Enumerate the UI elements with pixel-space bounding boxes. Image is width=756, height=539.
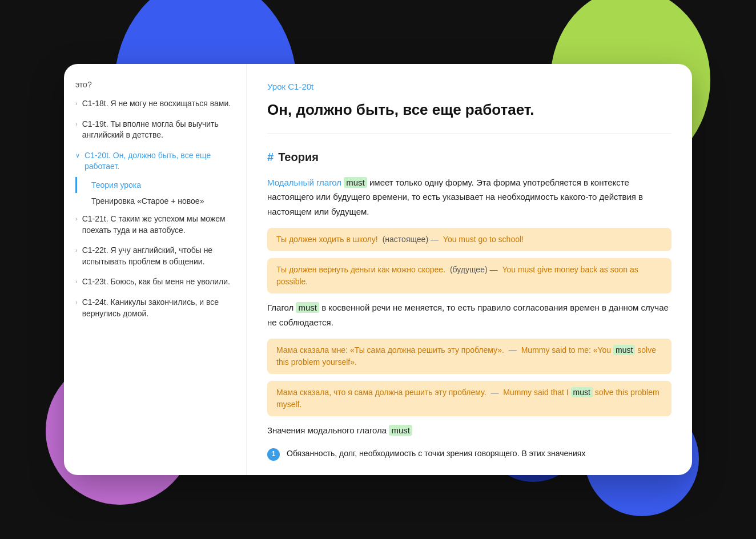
sidebar-item-label: C1-19t. Ты вполне могла бы выучить англи… [82, 119, 235, 141]
theory-paragraph-2: Глагол must в косвенной речи не меняется… [267, 300, 671, 329]
sidebar-item-c121[interactable]: › C1-21t. С таким же успехом мы можем по… [64, 209, 246, 240]
must-badge-1: must [344, 177, 367, 188]
sidebar-item-c118[interactable]: › C1-18t. Я не могу не восхищаться вами. [64, 94, 246, 114]
example3-dash: — [509, 345, 517, 355]
example4-ru-text: Мама сказала, что я сама должна решить э… [276, 388, 486, 397]
sidebar-item-c119[interactable]: › C1-19t. Ты вполне могла бы выучить анг… [64, 114, 246, 146]
sidebar-subitem-theory[interactable]: Теория урока [75, 177, 246, 193]
sidebar-subitem-label: Теория урока [91, 180, 141, 190]
lesson-label: Урок C1-20t [267, 80, 671, 94]
chevron-right-icon: › [75, 298, 78, 307]
sidebar-subitems-c120: Теория урока Тренировка «Старое + новое» [64, 177, 246, 209]
paragraph3-before: Значения модального глагола [267, 425, 387, 435]
sidebar: это? › C1-18t. Я не могу не восхищаться … [64, 64, 247, 475]
must-badge-5: must [389, 425, 412, 436]
theory-paragraph-3: Значения модального глагола must [267, 423, 671, 438]
example1-mid: (настоящее) — [383, 235, 439, 244]
example1-ru: Ты должен ходить в школу! (настоящее) — … [267, 228, 671, 251]
sidebar-item-c124[interactable]: › C1-24t. Каникулы закончились, и все ве… [64, 292, 246, 324]
sidebar-item-label: C1-21t. С таким же успехом мы можем поех… [82, 214, 235, 236]
example3-ru-text: Мама сказала мне: «Ты сама должна решить… [276, 345, 504, 355]
example2-mid: (будущее) — [450, 265, 498, 274]
paragraph2-after: в косвенной речи не меняется, то есть пр… [267, 303, 669, 327]
example1-en: You must go to school! [443, 235, 524, 244]
sidebar-item-c120[interactable]: ∨ C1-20t. Он, должно быть, все еще работ… [64, 146, 246, 177]
must-badge-3: must [613, 345, 635, 355]
chevron-down-icon: ∨ [75, 151, 80, 160]
example-box-4: Мама сказала, что я сама должна решить э… [267, 381, 671, 416]
chevron-right-icon: › [75, 120, 78, 128]
sidebar-item-label: C1-18t. Я не могу не восхищаться вами. [82, 98, 235, 110]
meaning-badge-1: 1 [267, 448, 280, 461]
sidebar-item-label: C1-22t. Я учу английский, чтобы не испыт… [82, 245, 235, 267]
sidebar-item-label: C1-24t. Каникулы закончились, и все верн… [82, 297, 235, 319]
chevron-right-icon: › [75, 99, 78, 108]
main-card: это? › C1-18t. Я не могу не восхищаться … [64, 64, 692, 475]
theory-paragraph-1: Модальный глагол must имеет только одну … [267, 175, 671, 219]
content-area: Урок C1-20t Он, должно быть, все еще раб… [247, 64, 692, 475]
sidebar-item-label: C1-23t. Боюсь, как бы меня не уволили. [82, 276, 235, 288]
must-badge-2: must [296, 302, 319, 313]
paragraph1-before: Модальный глагол [267, 178, 341, 187]
paragraph2-before: Глагол [267, 303, 293, 312]
sidebar-subitem-label: Тренировка «Старое + новое» [91, 196, 204, 206]
example3-ru-line: Мама сказала мне: «Ты сама должна решить… [267, 339, 671, 374]
example1-ru-text: Ты должен ходить в школу! [276, 235, 378, 244]
lesson-title: Он, должно быть, все еще работает. [267, 98, 671, 122]
theory-heading-text: Теория [278, 148, 319, 166]
example4-ru-line: Мама сказала, что я сама должна решить э… [267, 381, 671, 416]
example-box-3: Мама сказала мне: «Ты сама должна решить… [267, 339, 671, 374]
example-box-2: Ты должен вернуть деньги как можно скоре… [267, 258, 671, 293]
sidebar-item-label: C1-20t. Он, должно быть, все еще работае… [85, 150, 235, 172]
divider [267, 134, 671, 134]
sidebar-item-c123[interactable]: › C1-23t. Боюсь, как бы меня не уволили. [64, 272, 246, 292]
example2-ru-text: Ты должен вернуть деньги как можно скоре… [276, 265, 445, 274]
meaning-row-1: 1 Обязанность, долг, необходимость с точ… [267, 447, 671, 461]
sidebar-subitem-training[interactable]: Тренировка «Старое + новое» [75, 193, 246, 209]
sidebar-item-c122[interactable]: › C1-22t. Я учу английский, чтобы не исп… [64, 240, 246, 272]
chevron-right-icon: › [75, 277, 78, 286]
theory-heading: # Теория [267, 148, 671, 166]
must-badge-4: must [571, 387, 593, 397]
example3-en-pre: Mummy said to me: «You [521, 345, 611, 355]
hash-symbol: # [267, 148, 274, 166]
meaning1-text: Обязанность, долг, необходимость с точки… [287, 447, 585, 460]
example4-dash: — [490, 388, 498, 397]
chevron-right-icon: › [75, 246, 78, 255]
sidebar-top-text: это? [64, 75, 246, 94]
example2-ru: Ты должен вернуть деньги как можно скоре… [267, 258, 671, 293]
example-box-1: Ты должен ходить в школу! (настоящее) — … [267, 228, 671, 251]
chevron-right-icon: › [75, 215, 78, 223]
example4-en-pre: Mummy said that I [503, 388, 568, 397]
